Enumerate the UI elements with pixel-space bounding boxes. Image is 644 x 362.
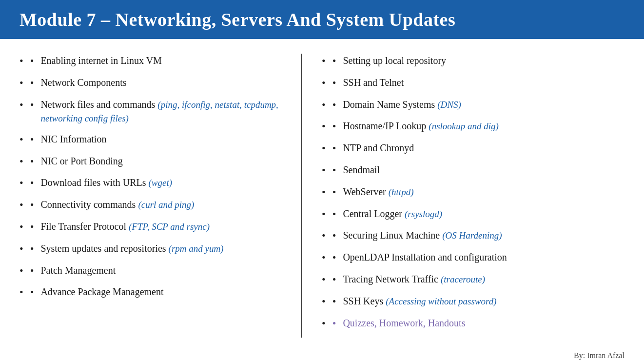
list-item: • Central Logger (rsyslogd) <box>322 207 624 222</box>
list-item-bullet: • <box>30 241 34 257</box>
list-item-bullet: • <box>332 207 336 222</box>
right-column: • Setting up local repository • SSH and … <box>302 54 624 338</box>
list-item-bullet: • <box>30 285 34 300</box>
footer-text: By: Imran Afzal <box>574 351 624 360</box>
list-item: • OpenLDAP Installation and configuratio… <box>322 250 624 265</box>
list-item-text: OpenLDAP Installation and configuration <box>343 250 507 264</box>
list-item-bullet: • <box>332 76 336 91</box>
list-item: • Patch Management <box>20 263 287 279</box>
list-item: • Hostname/IP Lookup (nslookup and dig) <box>322 119 624 134</box>
list-item-bullet: • <box>332 54 336 69</box>
left-bullet-list: • Enabling internet in Linux VM • Networ… <box>20 54 287 300</box>
italic-annotation: (traceroute) <box>441 274 485 284</box>
list-item: • SSH Keys (Accessing without password) <box>322 294 624 309</box>
italic-annotation: (FTP, SCP and rsync) <box>129 221 210 232</box>
footer: By: Imran Afzal <box>0 347 644 362</box>
list-item: • Enabling internet in Linux VM <box>20 54 287 69</box>
list-item-bullet-purple: • <box>332 316 336 331</box>
italic-annotation: (rsyslogd) <box>405 209 442 219</box>
list-item-bullet: • <box>30 132 34 147</box>
list-item: • Sendmail <box>322 163 624 178</box>
list-item-text: Network files and commands (ping, ifconf… <box>40 98 287 125</box>
list-item-text: Hostname/IP Lookup (nslookup and dig) <box>343 119 498 133</box>
list-item-bullet: • <box>30 154 34 169</box>
slide: Module 7 – Networking, Servers and Syste… <box>0 0 644 362</box>
list-item-text: File Transfer Protocol (FTP, SCP and rsy… <box>40 220 210 234</box>
list-item-bullet: • <box>30 220 34 235</box>
list-item-bullet: • <box>332 294 336 309</box>
list-item-text: Patch Management <box>40 263 116 277</box>
list-item-text-purple: Quizzes, Homework, Handouts <box>343 316 465 330</box>
list-item: • System updates and repositories (rpm a… <box>20 241 287 257</box>
list-item-text: Download files with URLs (wget) <box>40 176 172 190</box>
list-item: • WebServer (httpd) <box>322 185 624 200</box>
list-item-text: SSH Keys (Accessing without password) <box>343 294 496 308</box>
list-item: • Securing Linux Machine (OS Hardening) <box>322 228 624 243</box>
list-item-bullet: • <box>332 98 336 113</box>
list-item-bullet: • <box>30 198 34 213</box>
list-item: • NTP and Chronyd <box>322 141 624 156</box>
list-item-bullet: • <box>332 119 336 134</box>
italic-annotation: (curl and ping) <box>138 200 194 210</box>
italic-annotation: (nslookup and dig) <box>429 121 499 131</box>
italic-annotation: (OS Hardening) <box>442 230 502 241</box>
list-item: • NIC or Port Bonding <box>20 154 287 169</box>
list-item-text: NIC or Port Bonding <box>40 154 122 168</box>
list-item-bullet: • <box>30 54 34 69</box>
list-item-text: Central Logger (rsyslogd) <box>343 207 442 221</box>
list-item-text: Tracing Network Traffic (traceroute) <box>343 272 485 286</box>
italic-annotation: (ping, ifconfig, netstat, tcpdump, netwo… <box>40 100 278 124</box>
list-item-text: Setting up local repository <box>343 54 446 67</box>
list-item: • Connectivity commands (curl and ping) <box>20 198 287 213</box>
list-item-text: Advance Package Management <box>40 285 163 299</box>
list-item-bullet: • <box>30 98 34 113</box>
list-item-bullet: • <box>30 176 34 191</box>
list-item-text: NTP and Chronyd <box>343 141 414 155</box>
list-item: • SSH and Telnet <box>322 76 624 91</box>
list-item: • NIC Information <box>20 132 287 147</box>
list-item-bullet: • <box>332 141 336 156</box>
list-item-text: Securing Linux Machine (OS Hardening) <box>343 228 502 242</box>
list-item-bullet: • <box>332 272 336 287</box>
list-item-text: Sendmail <box>343 163 380 177</box>
header: Module 7 – Networking, Servers and Syste… <box>0 0 644 39</box>
list-item: • File Transfer Protocol (FTP, SCP and r… <box>20 220 287 235</box>
list-item-text: Connectivity commands (curl and ping) <box>40 198 194 212</box>
list-item-text: Enabling internet in Linux VM <box>40 54 162 67</box>
left-column: • Enabling internet in Linux VM • Networ… <box>20 54 302 338</box>
italic-annotation: (DNS) <box>437 100 461 110</box>
list-item-text: SSH and Telnet <box>343 76 404 89</box>
list-item-text: NIC Information <box>40 132 106 146</box>
list-item-bullet: • <box>332 250 336 265</box>
list-item-bullet: • <box>332 185 336 200</box>
list-item: • Network files and commands (ping, ifco… <box>20 98 287 125</box>
italic-annotation: (Accessing without password) <box>386 296 496 306</box>
list-item: • Setting up local repository <box>322 54 624 69</box>
list-item: • Network Components <box>20 76 287 91</box>
list-item-text: WebServer (httpd) <box>343 185 413 199</box>
list-item: • Tracing Network Traffic (traceroute) <box>322 272 624 287</box>
italic-annotation: (rpm and yum) <box>169 243 224 254</box>
list-item: • Domain Name Systems (DNS) <box>322 98 624 113</box>
list-item-quizzes: • Quizzes, Homework, Handouts <box>322 316 624 331</box>
italic-annotation: (httpd) <box>389 187 414 197</box>
list-item-text: System updates and repositories (rpm and… <box>40 241 223 256</box>
header-title: Module 7 – Networking, Servers and Syste… <box>20 9 455 30</box>
list-item-text: Domain Name Systems (DNS) <box>343 98 461 112</box>
list-item-bullet: • <box>30 76 34 91</box>
list-item: • Advance Package Management <box>20 285 287 300</box>
right-bullet-list: • Setting up local repository • SSH and … <box>322 54 624 331</box>
list-item: • Download files with URLs (wget) <box>20 176 287 191</box>
italic-annotation: (wget) <box>149 178 173 188</box>
list-item-bullet: • <box>332 228 336 243</box>
list-item-text: Network Components <box>40 76 126 89</box>
content-area: • Enabling internet in Linux VM • Networ… <box>0 39 644 347</box>
list-item-bullet: • <box>30 263 34 279</box>
list-item-bullet: • <box>332 163 336 178</box>
